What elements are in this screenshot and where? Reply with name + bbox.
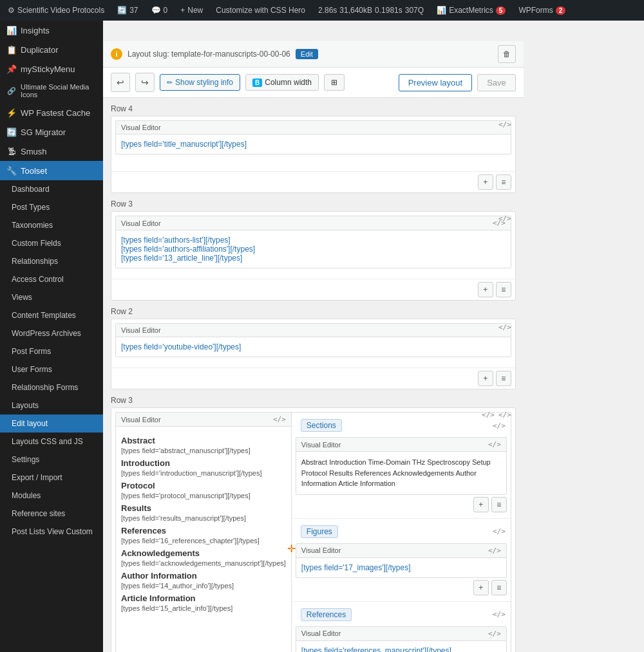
sidebar-item-wparchives[interactable]: WordPress Archives	[0, 324, 103, 342]
left-col-code-icon[interactable]: </>	[273, 415, 286, 424]
row-2-editor-body: [types field='youtube-video'][/types]	[116, 337, 511, 357]
info-icon[interactable]: i	[111, 48, 122, 60]
social-icon: 🔗	[6, 86, 17, 96]
row-2-editor-header: Visual Editor	[116, 324, 511, 337]
row-3-top-menu-button[interactable]: ≡	[496, 282, 511, 297]
updates[interactable]: 🔄 37	[115, 6, 140, 15]
sidebar-item-accesscontrol[interactable]: Access Control	[0, 270, 103, 288]
right-figures: Figures </> Visual Editor </> [types fie…	[292, 519, 511, 602]
sidebar-item-userforms[interactable]: User Forms	[0, 360, 103, 378]
sidebar-item-layoutscss[interactable]: Layouts CSS and JS	[0, 433, 103, 451]
smush-icon: 🗜	[6, 146, 17, 156]
sidebar-item-insights[interactable]: 📊 Insights	[0, 21, 103, 40]
figures-label-row: Figures </>	[292, 519, 511, 543]
sidebar-item-relationships[interactable]: Relationships	[0, 252, 103, 270]
left-column: Visual Editor </> Abstract [types field=…	[116, 413, 292, 652]
site-name[interactable]: ⚙ Scientific Video Protocols	[5, 6, 107, 15]
sidebar-item-mystickymenu[interactable]: 📌 myStickyMenu	[0, 59, 103, 79]
sidebar-item-settings[interactable]: Settings	[0, 451, 103, 469]
sidebar-item-social[interactable]: 🔗 Ultimate Social Media Icons	[0, 79, 103, 103]
sidebar-item-wpfastestcache[interactable]: ⚡ WP Fastest Cache	[0, 103, 103, 122]
exactmetrics[interactable]: 📊 ExactMetrics 5	[434, 6, 508, 15]
figures-editor-code[interactable]: </>	[488, 546, 501, 555]
row-4-menu-button[interactable]: ≡	[496, 174, 511, 190]
section-introduction: Introduction [types field='introduction_…	[121, 458, 286, 477]
left-col-body: Abstract [types field='abstract_manuscri…	[116, 427, 291, 620]
row-3-top-code-icon[interactable]: </>	[498, 214, 511, 223]
row-4-add-button[interactable]: +	[478, 174, 493, 190]
preview-layout-button[interactable]: Preview layout	[399, 74, 473, 91]
sections-editor-code[interactable]: </>	[488, 440, 501, 449]
figures-pill[interactable]: Figures	[301, 525, 338, 538]
wpforms[interactable]: WPForms 2	[516, 6, 568, 15]
row-4-actions: + ≡	[111, 171, 515, 192]
references-code-icon[interactable]: </>	[493, 610, 506, 619]
slug-bar: i Layout slug: template-for-manuscripts-…	[103, 41, 524, 68]
sections-code-icon[interactable]: </>	[493, 422, 506, 430]
row-2-content: </> Visual Editor [types field='youtube-…	[111, 319, 516, 389]
column-width-button[interactable]: B Column width	[245, 74, 319, 91]
sidebar-item-editlayout[interactable]: Edit layout	[0, 414, 103, 433]
sidebar-item-duplicator[interactable]: 📋 Duplicator	[0, 40, 103, 59]
section-abstract: Abstract [types field='abstract_manuscri…	[121, 436, 286, 454]
left-col-editor-header: Visual Editor </>	[116, 413, 291, 427]
section-author-info: Author Information [types field='14_auth…	[121, 571, 286, 590]
sidebar-item-taxonomies[interactable]: Taxonomies	[0, 216, 103, 234]
right-column: Sections </> Visual Editor </> Abstract …	[292, 413, 511, 652]
undo-button[interactable]: ↩	[111, 73, 130, 92]
figures-code-icon[interactable]: </>	[493, 527, 506, 536]
duplicator-icon: 📋	[6, 44, 17, 55]
row-4-content: </> Visual Editor [types field='title_ma…	[111, 116, 516, 193]
comments[interactable]: 💬 0	[149, 6, 171, 15]
bookmark-button[interactable]: ⊞	[324, 74, 345, 91]
sidebar-item-referencesites[interactable]: Reference sites	[0, 505, 103, 523]
sidebar-item-postlistsview[interactable]: Post Lists View Custom	[0, 523, 103, 541]
sections-menu-button[interactable]: ≡	[491, 497, 507, 512]
sidebar-item-postforms[interactable]: Post Forms	[0, 342, 103, 360]
row-2-menu-button[interactable]: ≡	[496, 371, 511, 386]
references-pill[interactable]: References	[301, 608, 352, 621]
row-3-top-editor-body: [types field='authors-list'][/types] [ty…	[116, 230, 511, 268]
sidebar-item-smush[interactable]: 🗜 Smush	[0, 142, 103, 161]
figures-add-button[interactable]: +	[473, 580, 489, 595]
sections-pill[interactable]: Sections	[301, 419, 342, 432]
sidebar-item-customfields[interactable]: Custom Fields	[0, 234, 103, 252]
row-4-code-icon[interactable]: </>	[498, 119, 511, 129]
edit-link[interactable]: Edit	[296, 49, 318, 59]
two-col-container: Visual Editor </> Abstract [types field=…	[115, 412, 511, 652]
sidebar-item-exportimport[interactable]: Export / Import	[0, 469, 103, 487]
show-styling-info-button[interactable]: ✏ Show styling info	[160, 74, 240, 91]
row-3-top-visual-editor: Visual Editor </> [types field='authors-…	[115, 216, 511, 268]
sidebar-item-dashboard[interactable]: Dashboard	[0, 180, 103, 198]
trash-button[interactable]: 🗑	[498, 45, 516, 63]
sections-editor-body: Abstract Introduction Time-Domain THz Sp…	[296, 452, 506, 494]
figures-editor-header: Visual Editor </>	[296, 544, 506, 558]
sections-add-button[interactable]: +	[473, 497, 489, 512]
save-button[interactable]: Save	[477, 74, 516, 91]
sidebar-item-layouts[interactable]: Layouts	[0, 396, 103, 414]
row-2: Row 2 </> Visual Editor [types field='yo…	[111, 307, 516, 389]
pencil-icon: ✏	[167, 79, 173, 87]
row-2-add-button[interactable]: +	[478, 371, 493, 386]
row-3-top-editor-header: Visual Editor </>	[116, 216, 511, 230]
sidebar-item-views[interactable]: Views	[0, 288, 103, 306]
row-4: Row 4 </> Visual Editor [types field='ti…	[111, 104, 516, 193]
section-article-info: Article Information [types field='15_art…	[121, 593, 286, 612]
figures-menu-button[interactable]: ≡	[491, 580, 507, 595]
sidebar-item-contenttemplates[interactable]: Content Templates	[0, 306, 103, 324]
sidebar-item-sgmigrator[interactable]: 🔄 SG Migrator	[0, 122, 103, 142]
row-2-actions: + ≡	[111, 368, 515, 389]
new-button[interactable]: + New	[178, 6, 205, 15]
row-3-top-add-button[interactable]: +	[478, 282, 493, 297]
column-resize-handle[interactable]: ✛	[287, 543, 296, 555]
sidebar-item-relationshipforms[interactable]: Relationship Forms	[0, 378, 103, 396]
references-editor-code[interactable]: </>	[488, 629, 501, 638]
sidebar-item-posttypes[interactable]: Post Types	[0, 198, 103, 216]
customize-button[interactable]: Customize with CSS Hero	[213, 6, 308, 15]
redo-button[interactable]: ↪	[135, 73, 155, 92]
row-2-code-icon[interactable]: </>	[498, 322, 511, 331]
right-sections: Sections </> Visual Editor </> Abstract …	[292, 413, 511, 519]
sidebar-item-toolset[interactable]: 🔧 Toolset	[0, 161, 103, 180]
row-3-top-content: </> Visual Editor </> [types field='auth…	[111, 211, 516, 301]
sidebar-item-modules[interactable]: Modules	[0, 487, 103, 505]
